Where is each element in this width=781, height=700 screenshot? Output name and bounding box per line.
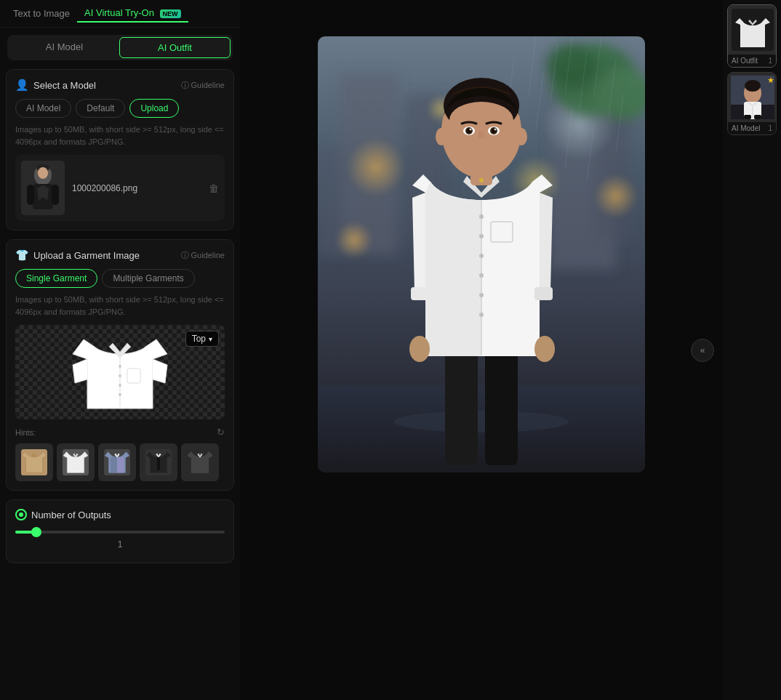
outputs-header: Number of Outputs: [15, 509, 225, 520]
svg-rect-94: [754, 115, 761, 119]
uploaded-file: 1000200086.png 🗑: [15, 155, 225, 221]
garment-btn-group: Single Garment Multiple Garments: [15, 269, 225, 288]
svg-point-90: [745, 80, 761, 92]
select-model-title: 👤 Select a Model: [15, 79, 96, 92]
hints-items: [15, 443, 225, 481]
svg-point-82: [516, 128, 527, 145]
svg-rect-19: [111, 457, 117, 473]
svg-rect-53: [485, 349, 518, 465]
shirt-icon: 👕: [15, 249, 29, 262]
nav-ai-virtual-try-on[interactable]: AI Virtual Try-On NEW: [77, 4, 188, 23]
hints-label: Hints:: [15, 428, 36, 437]
slider-value: 1: [15, 539, 225, 550]
thumb-label-model: AI Model 1: [728, 122, 776, 134]
svg-point-12: [119, 374, 121, 377]
left-panel: Text to Image AI Virtual Try-On NEW AI M…: [0, 0, 240, 700]
model-thumbnail: [21, 161, 65, 215]
svg-point-59: [479, 254, 484, 258]
model-btn-group: AI Model Default Upload: [15, 99, 225, 118]
main-content-area: «: [240, 0, 723, 700]
hint-item-4[interactable]: [140, 443, 177, 481]
svg-point-9: [38, 167, 48, 179]
top-nav: Text to Image AI Virtual Try-On NEW: [0, 0, 240, 28]
svg-point-80: [494, 129, 497, 131]
tab-ai-model[interactable]: AI Model: [9, 37, 119, 58]
top-badge[interactable]: Top ▾: [185, 331, 219, 347]
svg-rect-52: [445, 349, 478, 465]
svg-rect-64: [411, 287, 429, 300]
outputs-title: Number of Outputs: [31, 510, 111, 520]
thumb-img-model: ★: [728, 73, 777, 122]
svg-point-11: [119, 365, 121, 368]
mode-tabs: AI Model AI Outfit: [7, 35, 233, 60]
btn-upload[interactable]: Upload: [129, 99, 179, 118]
svg-point-66: [409, 336, 430, 362]
svg-point-40: [394, 411, 569, 433]
model-figure-svg: [21, 161, 65, 215]
svg-point-61: [479, 293, 484, 297]
model-icon: 👤: [15, 79, 29, 92]
svg-point-30: [347, 138, 405, 196]
chevron-down-icon: ▾: [209, 335, 212, 343]
star-icon: ★: [767, 76, 774, 85]
select-model-header: 👤 Select a Model ⓘ Guideline: [15, 79, 225, 92]
hint-item-5[interactable]: [181, 443, 219, 481]
hints-row: Hints: ↻: [15, 427, 225, 438]
svg-rect-93: [744, 115, 751, 119]
delete-icon[interactable]: 🗑: [209, 182, 219, 194]
garment-guideline-btn[interactable]: ⓘ Guideline: [181, 250, 225, 261]
svg-point-81: [436, 128, 447, 145]
number-of-outputs-section: Number of Outputs 1: [6, 499, 234, 563]
svg-point-62: [479, 313, 484, 317]
refresh-icon[interactable]: ↻: [217, 427, 225, 438]
svg-point-67: [534, 336, 555, 362]
svg-rect-6: [52, 185, 59, 205]
thumb-ai-outfit[interactable]: AI Outfit 1: [727, 4, 777, 68]
svg-point-14: [119, 393, 121, 396]
svg-rect-22: [157, 457, 160, 470]
svg-point-69: [479, 178, 484, 182]
right-panel: AI Outfit 1 ★: [723, 0, 781, 700]
garment-image: Top ▾: [15, 325, 225, 419]
model-guideline-btn[interactable]: ⓘ Guideline: [181, 80, 225, 91]
garment-title: 👕 Upload a Garment Image: [15, 249, 140, 262]
slider-container: 1: [15, 531, 225, 550]
btn-single-garment[interactable]: Single Garment: [15, 269, 97, 288]
svg-point-34: [594, 174, 638, 218]
info-icon-2: ⓘ: [181, 250, 189, 261]
svg-rect-65: [534, 287, 553, 300]
portrait-svg: [318, 36, 645, 472]
btn-default[interactable]: Default: [76, 99, 125, 118]
garment-header: 👕 Upload a Garment Image ⓘ Guideline: [15, 249, 225, 262]
btn-ai-model[interactable]: AI Model: [15, 99, 71, 118]
hint-item-1[interactable]: [15, 443, 53, 481]
garment-shirt-svg: [69, 329, 171, 416]
collapse-button[interactable]: «: [691, 339, 714, 362]
slider-thumb[interactable]: [31, 527, 41, 537]
garment-hint-text: Images up to 50MB, with short side >= 51…: [15, 294, 225, 318]
select-model-section: 👤 Select a Model ⓘ Guideline AI Model De…: [6, 69, 234, 230]
outputs-icon: [15, 509, 27, 520]
hint-item-2[interactable]: [57, 443, 95, 481]
thumb-ai-model[interactable]: ★ AI Model 1: [727, 72, 777, 135]
model-hint-text: Images up to 50MB, with short side >= 51…: [15, 124, 225, 148]
svg-point-13: [119, 384, 121, 387]
btn-multiple-garments[interactable]: Multiple Garments: [102, 269, 194, 288]
svg-point-60: [479, 273, 484, 278]
nav-text-to-image[interactable]: Text to Image: [6, 5, 77, 22]
svg-point-58: [479, 234, 484, 238]
result-image: [318, 36, 645, 472]
svg-rect-5: [27, 185, 34, 205]
hint-item-3[interactable]: [98, 443, 136, 481]
new-badge: NEW: [160, 9, 181, 18]
garment-upload-area[interactable]: Top ▾: [15, 325, 225, 419]
thumb-label-outfit: AI Outfit 1: [728, 55, 776, 67]
slider-track[interactable]: [15, 531, 225, 534]
svg-point-33: [336, 222, 372, 258]
upload-garment-section: 👕 Upload a Garment Image ⓘ Guideline Sin…: [6, 239, 234, 491]
chevron-left-icon: «: [700, 345, 705, 355]
svg-point-57: [479, 214, 484, 219]
tab-ai-outfit[interactable]: AI Outfit: [119, 37, 231, 58]
info-icon: ⓘ: [181, 80, 189, 91]
svg-point-38: [547, 44, 598, 87]
